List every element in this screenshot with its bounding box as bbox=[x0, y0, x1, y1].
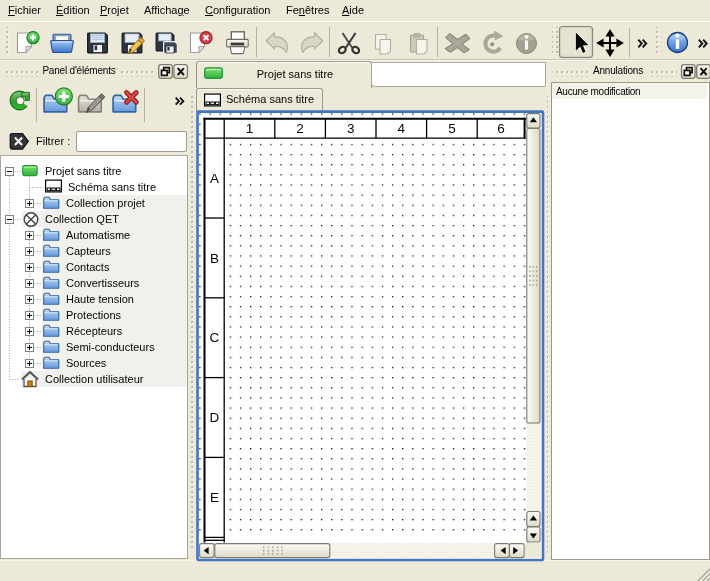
svg-text:3: 3 bbox=[347, 121, 355, 136]
svg-text:4: 4 bbox=[398, 121, 406, 136]
svg-text:A: A bbox=[210, 171, 219, 186]
svg-text:C: C bbox=[210, 330, 220, 345]
svg-text:B: B bbox=[210, 251, 219, 266]
svg-text:1: 1 bbox=[246, 121, 254, 136]
svg-text:6: 6 bbox=[497, 121, 505, 136]
svg-text:E: E bbox=[210, 490, 219, 505]
svg-text:D: D bbox=[210, 410, 220, 425]
svg-text:2: 2 bbox=[296, 121, 304, 136]
svg-text:5: 5 bbox=[448, 121, 456, 136]
